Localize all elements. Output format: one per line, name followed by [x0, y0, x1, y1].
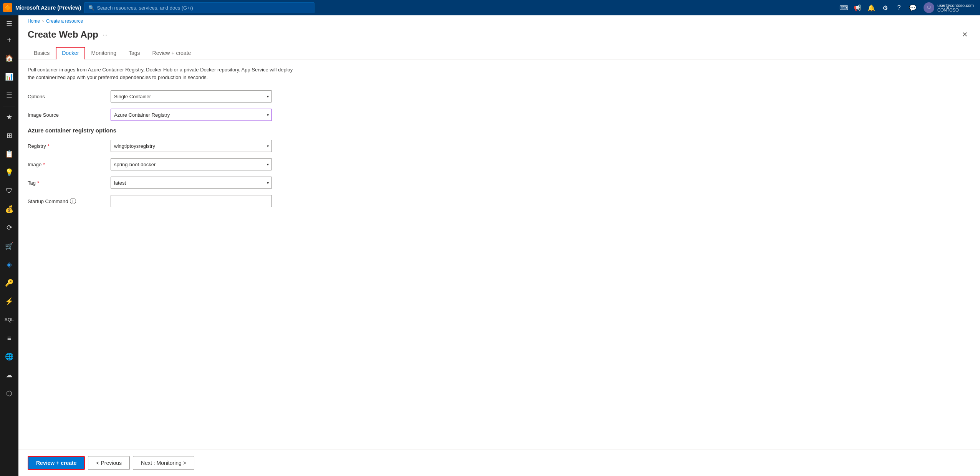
image-source-row: Image Source Azure Container Registry Do…	[28, 109, 971, 121]
breadcrumb: Home › Create a resource	[18, 15, 980, 27]
image-source-label: Image Source	[28, 112, 104, 118]
sidebar-item-hex[interactable]: ⬡	[0, 384, 18, 403]
sidebar: ☰ + 🏠 📊 ☰ ★ ⊞ 📋 💡 🛡 💰	[0, 15, 18, 476]
sidebar-toggle[interactable]: ☰	[0, 17, 18, 31]
avatar: U	[924, 2, 934, 13]
registry-select-wrapper: wingtiptoysregistry ▾	[111, 140, 272, 152]
breadcrumb-create-resource[interactable]: Create a resource	[46, 18, 83, 24]
sidebar-item-menu2[interactable]: ≡	[0, 329, 18, 347]
search-input[interactable]	[97, 5, 310, 11]
sidebar-item-home[interactable]: 🏠	[0, 49, 18, 68]
sidebar-item-update[interactable]: ⟳	[0, 218, 18, 237]
options-row: Options Single Container Docker Compose …	[28, 90, 971, 102]
sidebar-item-favorites[interactable]: ★	[0, 108, 18, 126]
sidebar-item-logic-apps[interactable]: ⚡	[0, 292, 18, 311]
options-select-wrapper: Single Container Docker Compose Kubernet…	[111, 90, 272, 102]
section-title: Azure container registry options	[28, 127, 971, 134]
registry-required: *	[48, 143, 50, 149]
startup-command-row: Startup Command i	[28, 195, 971, 207]
sidebar-item-cost[interactable]: 💰	[0, 200, 18, 218]
registry-select[interactable]: wingtiptoysregistry	[111, 140, 272, 152]
user-menu[interactable]: U user@contoso.com CONTOSO	[920, 2, 977, 13]
next-monitoring-button[interactable]: Next : Monitoring >	[133, 456, 194, 470]
sidebar-item-dashboard[interactable]: 📊	[0, 68, 18, 86]
nav-icons: ⌨ 📢 🔔 ⚙ ? 💬 U user@contoso.com CONTOSO	[838, 2, 977, 14]
breadcrumb-home[interactable]: Home	[28, 18, 40, 24]
sidebar-item-network[interactable]: 🌐	[0, 347, 18, 366]
user-email: user@contoso.com	[937, 3, 974, 8]
sidebar-item-grid[interactable]: ⊞	[0, 126, 18, 145]
image-select[interactable]: spring-boot-docker	[111, 158, 272, 170]
brand-icon: 🔶	[3, 3, 12, 12]
settings-icon[interactable]: ⚙	[879, 2, 891, 14]
sidebar-item-advisor[interactable]: 💡	[0, 163, 18, 182]
search-icon: 🔍	[88, 5, 94, 11]
registry-control: wingtiptoysregistry ▾	[111, 140, 272, 152]
form-area: Pull container images from Azure Contain…	[18, 60, 980, 450]
startup-command-input[interactable]	[111, 195, 272, 207]
brand: 🔶 Microsoft Azure (Preview)	[3, 3, 81, 12]
sidebar-item-security[interactable]: 🛡	[0, 182, 18, 200]
tag-row: Tag * latest ▾	[28, 177, 971, 189]
image-required: *	[43, 162, 45, 167]
content-area: Home › Create a resource Create Web App …	[18, 15, 980, 476]
bottom-bar: Review + create < Previous Next : Monito…	[18, 450, 980, 476]
image-control: spring-boot-docker ▾	[111, 158, 272, 170]
sidebar-item-all-services[interactable]: ☰	[0, 86, 18, 104]
options-select[interactable]: Single Container Docker Compose Kubernet…	[111, 90, 272, 102]
ellipsis-icon: ···	[103, 32, 107, 38]
notifications-icon[interactable]: 🔔	[865, 2, 877, 14]
tab-monitoring[interactable]: Monitoring	[85, 47, 122, 60]
tab-docker[interactable]: Docker	[56, 47, 85, 60]
user-tenant: CONTOSO	[937, 8, 974, 12]
main-layout: ☰ + 🏠 📊 ☰ ★ ⊞ 📋 💡 🛡 💰	[0, 15, 980, 476]
image-label: Image *	[28, 162, 104, 167]
options-control: Single Container Docker Compose Kubernet…	[111, 90, 272, 102]
image-source-select[interactable]: Azure Container Registry Docker Hub Priv…	[111, 109, 272, 121]
image-row: Image * spring-boot-docker ▾	[28, 158, 971, 170]
breadcrumb-sep-1: ›	[42, 18, 44, 24]
review-create-button[interactable]: Review + create	[28, 456, 85, 470]
registry-label: Registry *	[28, 143, 104, 149]
tag-select[interactable]: latest	[111, 177, 272, 189]
sidebar-item-resource-graph[interactable]: ◈	[0, 255, 18, 274]
page-title: Create Web App	[28, 29, 98, 40]
image-source-control: Azure Container Registry Docker Hub Priv…	[111, 109, 272, 121]
registry-row: Registry * wingtiptoysregistry ▾	[28, 140, 971, 152]
tag-control: latest ▾	[111, 177, 272, 189]
startup-command-label: Startup Command i	[28, 198, 104, 204]
help-icon[interactable]: ?	[893, 2, 905, 14]
tabs: Basics Docker Monitoring Tags Review + c…	[18, 47, 980, 60]
cloud-shell-icon[interactable]: ⌨	[838, 2, 850, 14]
sidebar-item-monitor[interactable]: 📋	[0, 145, 18, 163]
sidebar-item-key-vaults[interactable]: 🔑	[0, 274, 18, 292]
tag-label: Tag *	[28, 180, 104, 186]
options-label: Options	[28, 94, 104, 99]
image-select-wrapper: spring-boot-docker ▾	[111, 158, 272, 170]
sidebar-item-sql[interactable]: SQL	[0, 311, 18, 329]
startup-command-control	[111, 195, 272, 207]
page-more-actions[interactable]: ···	[103, 32, 107, 38]
tab-tags[interactable]: Tags	[122, 47, 146, 60]
tag-required: *	[37, 180, 39, 186]
form-description: Pull container images from Azure Contain…	[28, 66, 296, 81]
tab-review-create[interactable]: Review + create	[146, 47, 197, 60]
previous-button[interactable]: < Previous	[88, 456, 130, 470]
brand-name: Microsoft Azure (Preview)	[15, 5, 81, 11]
close-button[interactable]: ✕	[958, 28, 971, 41]
search-bar[interactable]: 🔍	[84, 2, 315, 13]
sidebar-item-cloud[interactable]: ☁	[0, 366, 18, 384]
portal-feedback-icon[interactable]: 📢	[851, 2, 864, 14]
feedback-icon[interactable]: 💬	[907, 2, 919, 14]
image-source-select-wrapper: Azure Container Registry Docker Hub Priv…	[111, 109, 272, 121]
tag-select-wrapper: latest ▾	[111, 177, 272, 189]
tab-basics[interactable]: Basics	[28, 47, 56, 60]
sidebar-item-marketplace[interactable]: 🛒	[0, 237, 18, 255]
sidebar-divider-1	[3, 106, 15, 106]
startup-info-icon[interactable]: i	[70, 198, 76, 204]
page-header: Create Web App ··· ✕	[18, 27, 980, 47]
top-navigation: 🔶 Microsoft Azure (Preview) 🔍 ⌨ 📢 🔔 ⚙ ? …	[0, 0, 980, 15]
sidebar-item-create[interactable]: +	[0, 31, 18, 49]
